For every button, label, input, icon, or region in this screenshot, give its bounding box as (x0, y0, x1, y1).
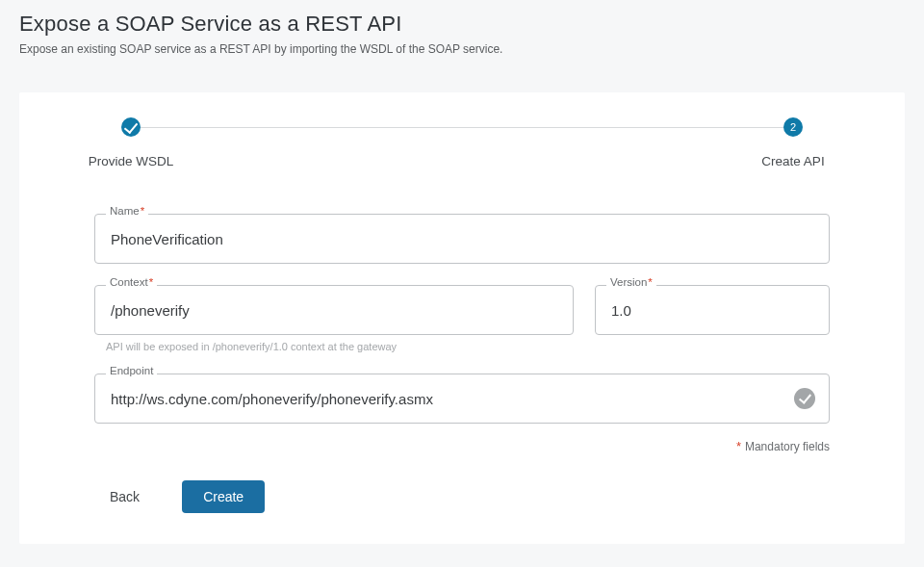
form-card: Provide WSDL 2 Create API Name* Context* (19, 92, 905, 544)
context-field: Context* API will be exposed in /phoneve… (94, 285, 574, 352)
step-number-icon: 2 (783, 117, 803, 137)
back-button[interactable]: Back (110, 489, 140, 504)
step-label: Create API (687, 154, 899, 168)
version-input[interactable] (609, 301, 815, 320)
page-title: Expose a SOAP Service as a REST API (19, 12, 905, 37)
context-input[interactable] (109, 301, 559, 320)
version-field: Version* (595, 285, 830, 352)
required-mark: * (141, 205, 144, 217)
name-label: Name* (106, 205, 148, 217)
mandatory-fields-note: *Mandatory fields (94, 439, 830, 453)
step-label: Provide WSDL (25, 154, 237, 168)
endpoint-field: Endpoint (94, 374, 830, 424)
required-mark: * (648, 276, 652, 288)
endpoint-input[interactable] (109, 390, 784, 408)
page-subtitle: Expose an existing SOAP service as a RES… (19, 42, 905, 56)
version-label: Version* (606, 276, 656, 288)
create-button[interactable]: Create (182, 480, 265, 513)
check-circle-icon (794, 388, 815, 409)
context-label: Context* (106, 276, 157, 288)
required-mark: * (149, 276, 153, 288)
step-create-api[interactable]: 2 Create API (687, 117, 899, 168)
wizard-stepper: Provide WSDL 2 Create API (94, 117, 830, 175)
check-circle-icon (121, 117, 141, 137)
name-input[interactable] (109, 230, 815, 248)
endpoint-label: Endpoint (106, 365, 157, 376)
form-actions: Back Create (94, 480, 830, 513)
name-field: Name* (94, 214, 830, 264)
context-helper-text: API will be exposed in /phoneverify/1.0 … (106, 341, 574, 352)
step-provide-wsdl[interactable]: Provide WSDL (25, 117, 237, 168)
